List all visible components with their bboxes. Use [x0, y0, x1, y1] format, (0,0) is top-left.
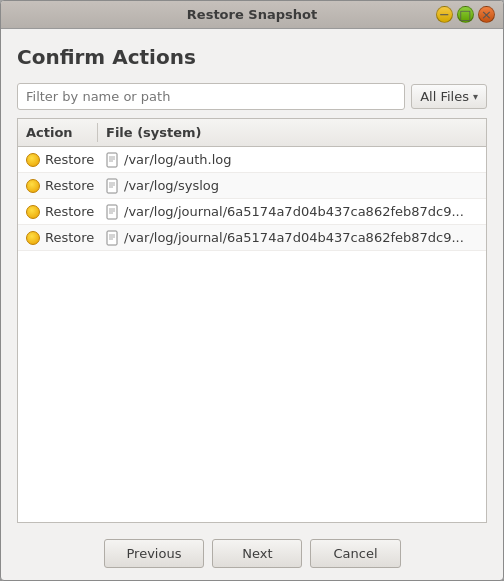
file-path-3: /var/log/journal/6a5174a7d04b437ca862feb…: [124, 230, 464, 245]
table-row: Restore /var/log/syslog: [18, 173, 486, 199]
table-body: Restore /var/log/auth.log: [18, 147, 486, 522]
file-table: Action File (system) Restore: [17, 118, 487, 523]
previous-button[interactable]: Previous: [104, 539, 205, 568]
svg-rect-0: [107, 153, 117, 167]
svg-rect-8: [107, 205, 117, 219]
window-controls: − □ ×: [436, 6, 495, 23]
file-icon-1: [106, 178, 120, 194]
file-path-1: /var/log/syslog: [124, 178, 219, 193]
action-label-1: Restore: [45, 178, 94, 193]
file-icon-2: [106, 204, 120, 220]
cell-action-1: Restore: [18, 176, 98, 195]
footer: Previous Next Cancel: [1, 531, 503, 580]
next-button[interactable]: Next: [212, 539, 302, 568]
chevron-down-icon: ▾: [473, 91, 478, 102]
cell-action-3: Restore: [18, 228, 98, 247]
cell-file-1: /var/log/syslog: [98, 176, 486, 196]
table-header: Action File (system): [18, 119, 486, 147]
table-row: Restore /var/log/auth.log: [18, 147, 486, 173]
cell-file-2: /var/log/journal/6a5174a7d04b437ca862feb…: [98, 202, 486, 222]
close-button[interactable]: ×: [478, 6, 495, 23]
action-label-0: Restore: [45, 152, 94, 167]
main-content: Confirm Actions All Files ▾ Action File …: [1, 29, 503, 531]
search-input[interactable]: [17, 83, 405, 110]
column-file: File (system): [98, 123, 486, 142]
svg-rect-4: [107, 179, 117, 193]
window: Restore Snapshot − □ × Confirm Actions A…: [0, 0, 504, 581]
svg-rect-12: [107, 231, 117, 245]
filter-dropdown[interactable]: All Files ▾: [411, 84, 487, 109]
cell-action-0: Restore: [18, 150, 98, 169]
cancel-button[interactable]: Cancel: [310, 539, 400, 568]
page-title: Confirm Actions: [17, 45, 487, 69]
maximize-button[interactable]: □: [457, 6, 474, 23]
file-icon-3: [106, 230, 120, 246]
status-icon-0: [26, 153, 40, 167]
cell-file-3: /var/log/journal/6a5174a7d04b437ca862feb…: [98, 228, 486, 248]
file-icon-0: [106, 152, 120, 168]
filter-label: All Files: [420, 89, 469, 104]
cell-file-0: /var/log/auth.log: [98, 150, 486, 170]
cell-action-2: Restore: [18, 202, 98, 221]
window-title: Restore Snapshot: [187, 7, 317, 22]
table-row: Restore /var/log/journal/6a5174a7d04b437…: [18, 225, 486, 251]
status-icon-1: [26, 179, 40, 193]
file-path-2: /var/log/journal/6a5174a7d04b437ca862feb…: [124, 204, 464, 219]
file-path-0: /var/log/auth.log: [124, 152, 231, 167]
minimize-button[interactable]: −: [436, 6, 453, 23]
action-label-2: Restore: [45, 204, 94, 219]
status-icon-2: [26, 205, 40, 219]
action-label-3: Restore: [45, 230, 94, 245]
titlebar: Restore Snapshot − □ ×: [1, 1, 503, 29]
table-row: Restore /var/log/journal/6a5174a7d04b437…: [18, 199, 486, 225]
status-icon-3: [26, 231, 40, 245]
column-action: Action: [18, 123, 98, 142]
toolbar: All Files ▾: [17, 83, 487, 110]
